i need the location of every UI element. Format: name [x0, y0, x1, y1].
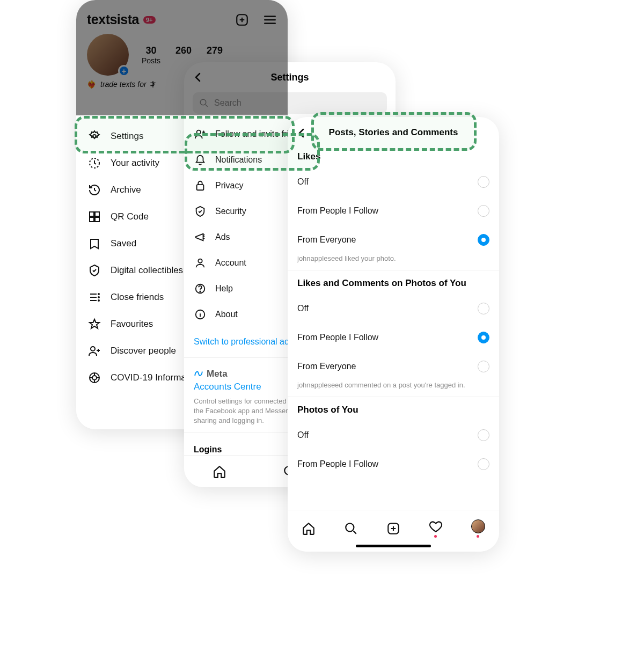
qr-code-icon	[88, 210, 101, 223]
radio-label: From Everyone	[297, 235, 356, 245]
radio-button[interactable]	[478, 458, 489, 470]
profile-avatar[interactable]: +	[87, 34, 129, 76]
search-input[interactable]: Search	[193, 92, 387, 114]
archive-icon	[88, 184, 101, 196]
radio-label: From People I Follow	[297, 333, 378, 342]
nav-home-icon[interactable]	[213, 465, 226, 479]
notification-badge: 9+	[143, 16, 156, 24]
posts-stories-header: Posts, Stories and Comments	[288, 117, 499, 148]
settings-item-label: Notifications	[215, 155, 262, 165]
svg-rect-6	[95, 217, 99, 222]
radio-label: From People I Follow	[297, 206, 378, 216]
close-friends-icon	[88, 291, 101, 304]
covid-info-icon	[88, 371, 101, 384]
svg-point-16	[198, 259, 202, 263]
radio-label: From People I Follow	[297, 459, 378, 469]
radio-button[interactable]	[478, 303, 489, 314]
notifications-icon	[194, 153, 207, 166]
radio-label: From Everyone	[297, 362, 356, 371]
home-indicator	[356, 545, 431, 547]
meta-brand: Meta	[207, 369, 228, 379]
menu-item-label: Close friends	[111, 292, 164, 303]
about-icon	[194, 308, 207, 321]
svg-point-22	[346, 523, 354, 531]
radio-button[interactable]	[478, 332, 489, 343]
ads-icon	[194, 231, 207, 244]
section-heading: Photos of You	[288, 397, 499, 421]
section-heading: Likes	[288, 148, 499, 167]
nav-profile-avatar[interactable]	[471, 519, 485, 533]
favourites-icon	[88, 318, 101, 331]
radio-option[interactable]: Off	[288, 167, 499, 196]
radio-option[interactable]: From Everyone	[288, 352, 499, 381]
svg-point-18	[200, 291, 200, 291]
section-heading: Likes and Comments on Photos of You	[288, 270, 499, 294]
stat-followers[interactable]: 260	[175, 45, 192, 65]
settings-title: Settings	[270, 72, 309, 83]
bottom-nav	[288, 510, 499, 552]
search-placeholder: Search	[214, 98, 241, 108]
add-story-plus-icon[interactable]: +	[118, 65, 130, 77]
radio-option[interactable]: From Everyone	[288, 225, 499, 254]
settings-item-label: Ads	[215, 232, 230, 242]
stat-following[interactable]: 279	[207, 45, 223, 65]
menu-item-label: Saved	[111, 238, 136, 249]
radio-label: Off	[297, 430, 309, 440]
section-hint: johnappleseed commented on a post you're…	[288, 381, 499, 397]
nav-search-icon[interactable]	[344, 522, 358, 536]
svg-rect-4	[95, 212, 99, 216]
radio-button[interactable]	[478, 176, 489, 188]
nav-home-icon[interactable]	[302, 522, 316, 536]
svg-point-8	[98, 297, 99, 298]
nav-new-icon[interactable]	[386, 522, 400, 536]
section-hint: johnappleseed liked your photo.	[288, 254, 499, 270]
radio-button[interactable]	[478, 429, 489, 441]
stat-posts[interactable]: 30 Posts	[142, 45, 160, 65]
back-icon[interactable]	[192, 71, 204, 84]
menu-item-label: Discover people	[111, 346, 176, 356]
radio-label: Off	[297, 304, 309, 313]
svg-rect-3	[90, 212, 94, 216]
menu-item-label: Your activity	[111, 158, 159, 168]
radio-option[interactable]: Off	[288, 421, 499, 450]
settings-header: Settings	[184, 62, 396, 92]
nav-activity-icon[interactable]	[429, 519, 443, 533]
radio-button[interactable]	[478, 205, 489, 217]
radio-button[interactable]	[478, 234, 489, 246]
your-activity-icon	[88, 157, 101, 170]
page-title: Posts, Stories and Comments	[329, 127, 458, 138]
svg-point-10	[91, 347, 95, 351]
security-icon	[194, 205, 207, 218]
brand-username: textsista	[87, 12, 139, 27]
discover-people-icon	[88, 345, 101, 357]
privacy-icon	[194, 179, 207, 192]
radio-option[interactable]: Off	[288, 294, 499, 323]
menu-item-label: Favourites	[111, 319, 153, 329]
back-icon[interactable]	[295, 127, 308, 140]
svg-rect-5	[90, 217, 94, 222]
settings-item-label: About	[215, 310, 238, 319]
radio-label: Off	[297, 177, 309, 187]
menu-item-label: Archive	[111, 185, 141, 195]
svg-point-7	[98, 294, 99, 295]
profile-dot	[477, 535, 479, 538]
profile-header: textsista 9+	[76, 0, 288, 27]
profile-stats: 30 Posts 260 279	[142, 45, 223, 65]
new-post-icon[interactable]	[235, 13, 249, 27]
activity-dot	[434, 535, 437, 538]
radio-option[interactable]: From People I Follow	[288, 323, 499, 352]
help-icon	[194, 282, 207, 295]
svg-point-9	[98, 300, 99, 301]
settings-item-label: Help	[215, 284, 233, 294]
settings-item-label: Account	[215, 258, 246, 268]
svg-point-12	[92, 376, 97, 380]
radio-option[interactable]: From People I Follow	[288, 196, 499, 225]
heart-icon: ❤️‍🔥	[87, 80, 96, 89]
radio-button[interactable]	[478, 361, 489, 372]
phone-notification-settings: Posts, Stories and Comments LikesOffFrom…	[288, 117, 499, 552]
digital-collectibles-icon	[88, 264, 101, 277]
radio-option[interactable]: From People I Follow	[288, 450, 499, 479]
svg-rect-15	[197, 185, 204, 190]
menu-icon[interactable]	[263, 13, 277, 27]
saved-icon	[88, 237, 101, 250]
